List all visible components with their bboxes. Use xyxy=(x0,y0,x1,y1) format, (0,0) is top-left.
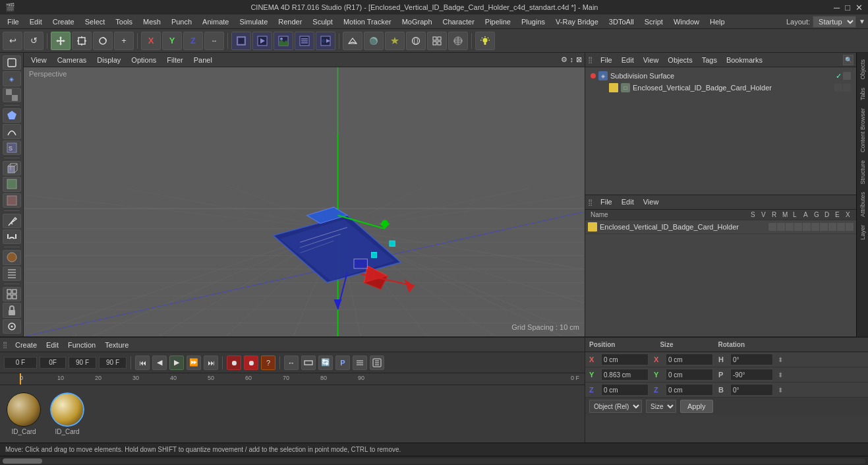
axis-y-button[interactable]: Y xyxy=(162,32,182,50)
z-pos-input[interactable] xyxy=(601,384,649,396)
timeline-grid-btn[interactable] xyxy=(353,356,367,370)
vp-panel-menu[interactable]: Panel xyxy=(189,55,217,65)
fps-input[interactable] xyxy=(99,357,127,369)
mat-create-menu[interactable]: Create xyxy=(11,340,41,350)
vp-grid-button[interactable] xyxy=(427,32,447,50)
om-ctrl-lock[interactable] xyxy=(843,84,851,92)
am-c5[interactable] xyxy=(803,223,811,231)
menu-sculpt[interactable]: Sculpt xyxy=(308,16,337,27)
timeline-scale-btn[interactable] xyxy=(301,356,316,370)
vp-icon-3[interactable]: ⊠ xyxy=(576,55,582,64)
om-tags-menu[interactable]: Tags xyxy=(698,55,721,65)
am-c10[interactable] xyxy=(846,223,854,231)
material-item-1[interactable]: ID_Card xyxy=(7,392,41,435)
om-view-menu[interactable]: View xyxy=(639,55,663,65)
timeline-move-btn[interactable]: ↔ xyxy=(284,356,299,370)
b-rot-input[interactable] xyxy=(730,384,773,396)
om-file-menu[interactable]: File xyxy=(596,55,616,65)
material-item-2[interactable]: ID_Card xyxy=(50,392,84,435)
om-bookmarks-menu[interactable]: Bookmarks xyxy=(722,55,767,65)
light-toggle-button[interactable] xyxy=(475,32,495,50)
rotate-tool-button[interactable] xyxy=(93,32,113,50)
size-mode-select[interactable]: Size xyxy=(646,400,676,413)
axis-x-button[interactable]: X xyxy=(141,32,161,50)
scroll-thumb[interactable] xyxy=(3,458,42,464)
knife-btn[interactable] xyxy=(3,214,21,228)
goto-start-btn[interactable]: ⏮ xyxy=(135,356,150,370)
poly-prim-btn[interactable] xyxy=(3,177,21,191)
menu-plugins[interactable]: Plugins xyxy=(517,16,550,27)
y-pos-input[interactable] xyxy=(601,369,649,381)
polygon-obj-btn[interactable] xyxy=(3,108,21,123)
select-object-btn[interactable] xyxy=(3,55,21,70)
am-c4[interactable] xyxy=(794,223,802,231)
am-c3[interactable] xyxy=(786,223,794,231)
redo-button[interactable]: ↺ xyxy=(24,32,43,50)
om-edit-menu[interactable]: Edit xyxy=(618,55,638,65)
am-c8[interactable] xyxy=(828,223,836,231)
snap-btn[interactable] xyxy=(3,319,21,334)
apply-button[interactable]: Apply xyxy=(680,400,713,413)
undo-button[interactable]: ↩ xyxy=(3,32,22,50)
rtab-layer[interactable]: Layer xyxy=(858,221,867,244)
axis-all-button[interactable]: ↔ xyxy=(204,32,224,50)
move-tool-button[interactable] xyxy=(51,32,71,50)
goto-end-btn[interactable]: ⏭ xyxy=(204,356,218,370)
y-size-input[interactable] xyxy=(666,369,713,381)
menu-simulate[interactable]: Simulate xyxy=(235,16,272,27)
mat-edit-menu[interactable]: Edit xyxy=(42,340,63,350)
render-queue-button[interactable] xyxy=(316,32,335,50)
lock-btn[interactable] xyxy=(3,303,21,317)
am-c6[interactable] xyxy=(811,223,819,231)
vp-options-menu[interactable]: Options xyxy=(127,55,161,65)
om-ctrl-vis[interactable] xyxy=(834,84,842,92)
record-btn[interactable]: ⏺ xyxy=(227,356,241,370)
b-rot-spinner[interactable]: ⬍ xyxy=(776,384,785,396)
am-c9[interactable] xyxy=(837,223,845,231)
om-search-btn[interactable]: 🔍 xyxy=(843,55,854,65)
mat-texture-menu[interactable]: Texture xyxy=(101,340,132,350)
next-frame-btn[interactable]: ⏩ xyxy=(187,356,201,370)
menu-punch[interactable]: Punch xyxy=(167,16,196,27)
minimize-button[interactable]: ─ xyxy=(834,3,840,13)
end-frame-display[interactable] xyxy=(69,357,96,369)
coord-mode-select[interactable]: Object (Rel) xyxy=(589,400,642,413)
vp-shading-button[interactable] xyxy=(364,32,384,50)
am-c7[interactable] xyxy=(820,223,828,231)
vp-cameras-menu[interactable]: Cameras xyxy=(53,55,92,65)
rtab-content-browser[interactable]: Content Browser xyxy=(858,104,867,156)
magnet-btn[interactable] xyxy=(3,230,21,244)
render-vp-button[interactable] xyxy=(252,32,272,50)
menu-mesh[interactable]: Mesh xyxy=(138,16,165,27)
am-c2[interactable] xyxy=(777,223,785,231)
am-view-menu[interactable]: View xyxy=(639,197,663,207)
scroll-track[interactable] xyxy=(3,458,865,464)
vp-sphere-button[interactable] xyxy=(406,32,426,50)
p-rot-input[interactable] xyxy=(730,369,773,381)
menu-select[interactable]: Select xyxy=(80,16,110,27)
menu-animate[interactable]: Animate xyxy=(198,16,233,27)
x-pos-input[interactable] xyxy=(601,354,649,365)
menu-3dtoall[interactable]: 3DToAll xyxy=(604,16,639,27)
am-c1[interactable] xyxy=(768,223,776,231)
om-check-subdivision[interactable]: ✓ xyxy=(836,72,842,80)
play-btn[interactable]: ▶ xyxy=(169,356,184,370)
am-file-menu[interactable]: File xyxy=(596,197,616,207)
prev-frame-btn[interactable]: ◀ xyxy=(152,356,167,370)
h-rot-input[interactable] xyxy=(730,354,773,365)
nurbs-btn[interactable] xyxy=(3,124,21,139)
timeline-loop-btn[interactable]: 🔄 xyxy=(318,356,333,370)
select-live-btn[interactable]: ◈ xyxy=(3,71,21,86)
om-item-subdivision[interactable]: ◈ Subdivision Surface ✓ xyxy=(588,70,854,82)
layout-arrow[interactable]: ▼ xyxy=(859,18,865,25)
layout-select[interactable]: Startup xyxy=(813,16,856,28)
render-region-button[interactable] xyxy=(231,32,251,50)
scale-tool-button[interactable] xyxy=(72,32,92,50)
current-frame-input[interactable] xyxy=(4,357,37,369)
mat-function-menu[interactable]: Function xyxy=(64,340,100,350)
menu-character[interactable]: Character xyxy=(438,16,479,27)
menu-vray[interactable]: V-Ray Bridge xyxy=(551,16,603,27)
render-settings-button[interactable] xyxy=(295,32,314,50)
menu-tools[interactable]: Tools xyxy=(111,16,137,27)
menu-file[interactable]: File xyxy=(3,16,24,27)
